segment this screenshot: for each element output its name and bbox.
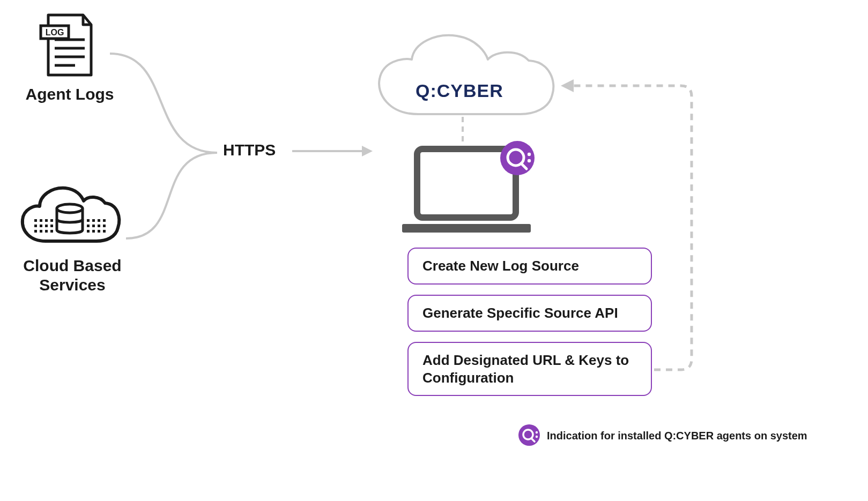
agent-logs-icon: LOG xyxy=(38,11,102,80)
svg-rect-12 xyxy=(40,225,42,227)
svg-rect-15 xyxy=(34,230,37,233)
svg-rect-13 xyxy=(45,225,48,227)
svg-rect-20 xyxy=(92,219,95,222)
svg-rect-29 xyxy=(98,230,100,233)
https-label: HTTPS xyxy=(223,141,276,159)
svg-rect-9 xyxy=(45,219,48,222)
svg-text:LOG: LOG xyxy=(46,28,64,37)
qcyber-cloud-icon xyxy=(365,29,563,121)
svg-point-46 xyxy=(536,436,538,438)
feedback-arrow-icon xyxy=(536,75,702,375)
svg-rect-11 xyxy=(34,225,37,227)
svg-rect-22 xyxy=(103,219,106,222)
svg-point-42 xyxy=(518,424,540,446)
svg-rect-19 xyxy=(87,219,90,222)
svg-rect-23 xyxy=(87,225,90,227)
svg-rect-21 xyxy=(98,219,100,222)
svg-rect-17 xyxy=(45,230,48,233)
svg-point-40 xyxy=(528,159,531,162)
cloud-services-label: Cloud Based Services xyxy=(5,256,139,295)
qcyber-brand-label: Q:CYBER xyxy=(416,80,503,101)
svg-point-6 xyxy=(57,204,83,213)
connector-top-icon xyxy=(110,48,217,161)
svg-rect-24 xyxy=(92,225,95,227)
svg-rect-8 xyxy=(40,219,42,222)
legend-q-badge-icon xyxy=(517,423,541,447)
svg-point-45 xyxy=(536,431,538,433)
svg-marker-32 xyxy=(362,146,373,156)
https-arrow-icon xyxy=(292,144,373,159)
svg-rect-28 xyxy=(92,230,95,233)
cloud-services-icon xyxy=(16,180,123,255)
svg-point-39 xyxy=(528,153,531,156)
svg-point-36 xyxy=(500,141,535,175)
svg-rect-35 xyxy=(402,224,531,233)
svg-rect-18 xyxy=(50,230,53,233)
svg-rect-10 xyxy=(50,219,53,222)
svg-marker-41 xyxy=(561,79,574,92)
svg-rect-7 xyxy=(34,219,37,222)
svg-rect-14 xyxy=(50,225,53,227)
q-badge-icon xyxy=(499,139,536,177)
svg-rect-27 xyxy=(87,230,90,233)
svg-rect-16 xyxy=(40,230,42,233)
svg-rect-25 xyxy=(98,225,100,227)
svg-rect-26 xyxy=(103,225,106,227)
connector-bottom-icon xyxy=(126,150,217,244)
svg-rect-30 xyxy=(103,230,106,233)
legend-label: Indication for installed Q:CYBER agents … xyxy=(547,430,807,442)
